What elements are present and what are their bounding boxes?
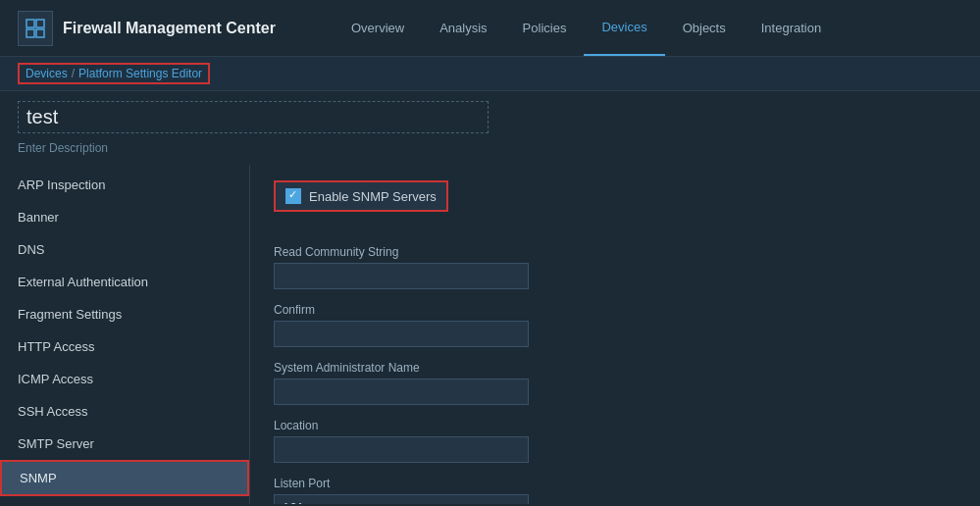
sidebar-item-dns[interactable]: DNS	[0, 233, 249, 266]
sidebar-item-smtp-server[interactable]: SMTP Server	[0, 428, 249, 460]
nav-item-analysis[interactable]: Analysis	[422, 0, 504, 56]
form-group-listen-port: Listen Port	[274, 477, 956, 504]
sidebar-item-snmp[interactable]: SNMP	[0, 460, 249, 496]
listen-port-label: Listen Port	[274, 477, 956, 490]
enable-snmp-checkbox[interactable]	[285, 188, 301, 204]
breadcrumb-current: Platform Settings Editor	[78, 67, 202, 80]
content-area: Enable SNMP Servers Read Community Strin…	[250, 165, 980, 504]
sidebar-item-http-access[interactable]: HTTP Access	[0, 330, 249, 363]
sidebar-item-banner[interactable]: Banner	[0, 201, 249, 233]
svg-rect-0	[26, 20, 34, 27]
brand-title: Firewall Management Center	[63, 20, 276, 37]
svg-rect-3	[36, 29, 44, 37]
nav-item-devices[interactable]: Devices	[584, 0, 664, 56]
location-input[interactable]	[274, 436, 529, 463]
svg-rect-1	[36, 20, 44, 27]
brand-icon	[18, 11, 53, 46]
enable-snmp-row[interactable]: Enable SNMP Servers	[274, 180, 448, 212]
policy-description: Enter Description	[0, 137, 980, 165]
breadcrumb-parent[interactable]: Devices	[26, 67, 68, 80]
sys-admin-label: System Administrator Name	[274, 361, 956, 375]
nav-item-policies[interactable]: Policies	[505, 0, 585, 56]
form-group-read-community: Read Community String	[274, 245, 956, 289]
sidebar-item-fragment-settings[interactable]: Fragment Settings	[0, 298, 249, 330]
policy-name-bar	[0, 91, 980, 137]
nav-item-overview[interactable]: Overview	[334, 0, 422, 56]
sys-admin-input[interactable]	[274, 379, 529, 405]
breadcrumb-separator: /	[72, 67, 75, 80]
location-label: Location	[274, 419, 956, 432]
policy-name-input[interactable]	[18, 101, 489, 133]
read-community-input[interactable]	[274, 263, 529, 289]
confirm-input[interactable]	[274, 321, 529, 347]
enable-snmp-label: Enable SNMP Servers	[309, 189, 437, 204]
nav-item-objects[interactable]: Objects	[665, 0, 744, 56]
sidebar-item-arp-inspection[interactable]: ARP Inspection	[0, 169, 249, 201]
svg-rect-2	[26, 29, 34, 37]
nav-items: Overview Analysis Policies Devices Objec…	[334, 0, 980, 56]
sidebar: ARP Inspection Banner DNS External Authe…	[0, 165, 250, 504]
top-nav: Firewall Management Center Overview Anal…	[0, 0, 980, 57]
sidebar-item-ssh-access[interactable]: SSH Access	[0, 395, 249, 428]
listen-port-input[interactable]	[274, 494, 529, 504]
breadcrumb: Devices / Platform Settings Editor	[0, 57, 980, 91]
breadcrumb-box: Devices / Platform Settings Editor	[18, 63, 210, 84]
confirm-label: Confirm	[274, 303, 956, 317]
form-group-location: Location	[274, 419, 956, 463]
sidebar-item-icmp-access[interactable]: ICMP Access	[0, 363, 249, 395]
read-community-label: Read Community String	[274, 245, 956, 259]
form-group-confirm: Confirm	[274, 303, 956, 347]
form-group-sys-admin: System Administrator Name	[274, 361, 956, 405]
nav-item-integration[interactable]: Integration	[744, 0, 839, 56]
sidebar-item-ssl[interactable]: SSL	[0, 496, 249, 506]
main-layout: ARP Inspection Banner DNS External Authe…	[0, 165, 980, 504]
brand: Firewall Management Center	[0, 11, 334, 46]
sidebar-item-external-auth[interactable]: External Authentication	[0, 266, 249, 298]
